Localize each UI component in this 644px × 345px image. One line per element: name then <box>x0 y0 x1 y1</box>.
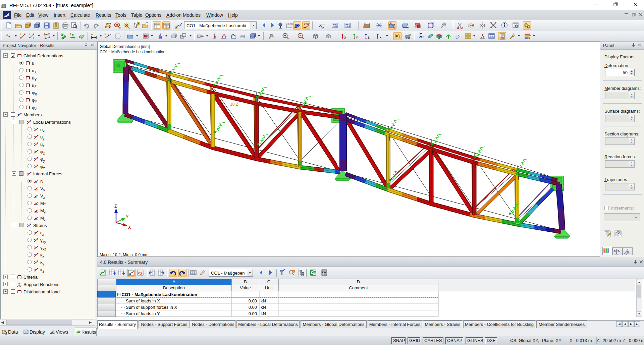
svg-text:Y: Y <box>356 36 358 39</box>
svg-text:Vz: Vz <box>35 196 38 198</box>
svg-text:Mz: Mz <box>35 218 38 220</box>
svg-text:MT: MT <box>35 203 38 206</box>
svg-text:i: i <box>293 270 294 273</box>
svg-text:5: 5 <box>1 5 3 8</box>
svg-text:X.XX: X.XX <box>287 23 293 25</box>
svg-text:Vy: Vy <box>35 188 38 191</box>
svg-text:X.XX: X.XX <box>304 23 310 26</box>
svg-text:-X: -X <box>379 36 382 39</box>
svg-text:Z: Z <box>368 36 370 39</box>
svg-text:N: N <box>35 181 37 183</box>
svg-text:10.2: 10.2 <box>230 102 238 107</box>
svg-text:Y: Y <box>126 215 128 219</box>
svg-text:X: X <box>128 225 131 230</box>
svg-text:XX: XX <box>108 34 111 36</box>
svg-text:X: X <box>344 36 346 39</box>
svg-text:I: I <box>33 37 34 40</box>
svg-text:Z: Z <box>114 204 117 209</box>
svg-text:My: My <box>35 211 38 213</box>
